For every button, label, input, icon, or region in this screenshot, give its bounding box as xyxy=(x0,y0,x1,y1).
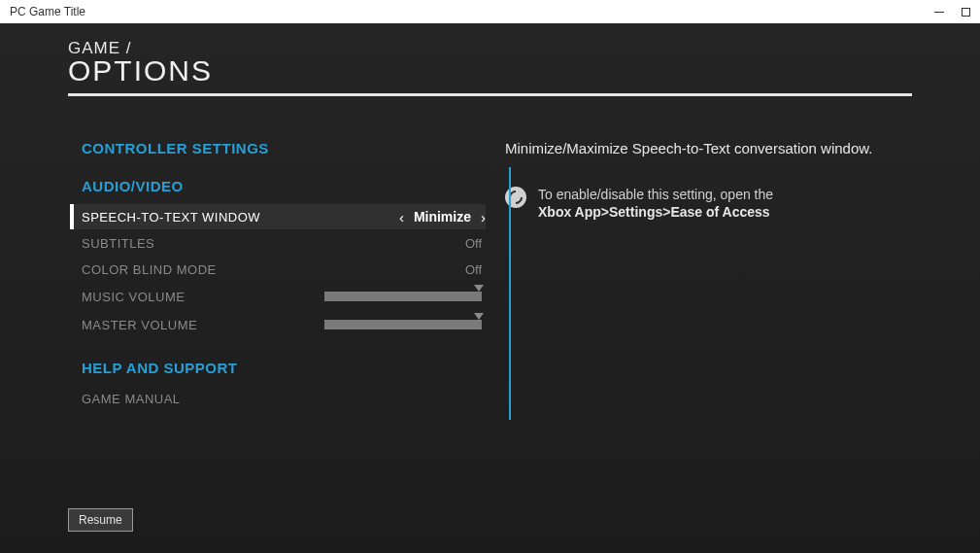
section-help-support: HELP AND SUPPORT xyxy=(70,360,486,376)
volume-slider[interactable] xyxy=(324,320,482,329)
vertical-divider xyxy=(509,167,511,420)
section-controller-settings[interactable]: CONTROLLER SETTINGS xyxy=(70,140,486,156)
section-audio-video: AUDIO/VIDEO xyxy=(70,178,486,194)
slider-thumb-icon[interactable] xyxy=(474,285,484,292)
option-subtitles[interactable]: SUBTITLES Off xyxy=(70,230,486,256)
window-titlebar: PC Game Title xyxy=(0,0,980,23)
option-label: MUSIC VOLUME xyxy=(82,290,324,304)
resume-button[interactable]: Resume xyxy=(68,508,133,532)
minimize-window-icon[interactable] xyxy=(934,12,944,13)
option-hint: To enable/disable this setting, open the… xyxy=(505,186,912,221)
option-music-volume[interactable]: MUSIC VOLUME xyxy=(70,283,486,310)
hint-path: Xbox App>Settings>Ease of Access xyxy=(538,204,770,220)
option-description-panel: Minimize/Maximize Speech-to-Text convers… xyxy=(486,140,912,412)
app-root: GAME / OPTIONS CONTROLLER SETTINGS AUDIO… xyxy=(0,23,980,553)
option-master-volume[interactable]: MASTER VOLUME xyxy=(70,311,486,338)
hint-prefix: To enable/disable this setting, open the xyxy=(538,187,773,202)
option-value: Off xyxy=(321,236,486,251)
option-label: GAME MANUAL xyxy=(82,392,486,406)
slider-track[interactable] xyxy=(324,292,482,301)
option-label: COLOR BLIND MODE xyxy=(82,262,321,277)
volume-slider[interactable] xyxy=(324,292,482,301)
option-label: MASTER VOLUME xyxy=(82,318,324,332)
option-description: Minimize/Maximize Speech-to-Text convers… xyxy=(505,140,912,156)
option-game-manual[interactable]: GAME MANUAL xyxy=(70,386,486,411)
hint-text: To enable/disable this setting, open the… xyxy=(538,186,773,221)
page-title: OPTIONS xyxy=(68,54,912,87)
chevron-left-icon[interactable]: ‹ xyxy=(399,209,404,225)
title-underline xyxy=(68,93,912,96)
slider-thumb-icon[interactable] xyxy=(474,313,484,320)
option-speech-to-text-window[interactable]: SPEECH-TO-TEXT WINDOW ‹ Minimize › xyxy=(70,204,486,229)
window-title: PC Game Title xyxy=(10,5,85,18)
option-color-blind-mode[interactable]: COLOR BLIND MODE Off xyxy=(70,257,486,282)
maximize-window-icon[interactable] xyxy=(962,8,970,17)
option-value: Off xyxy=(321,262,486,277)
options-list: CONTROLLER SETTINGS AUDIO/VIDEO SPEECH-T… xyxy=(68,140,486,412)
option-value: Minimize xyxy=(414,209,471,225)
option-label: SUBTITLES xyxy=(82,236,321,251)
slider-track[interactable] xyxy=(324,320,482,329)
value-stepper[interactable]: ‹ Minimize › xyxy=(321,209,486,225)
option-label: SPEECH-TO-TEXT WINDOW xyxy=(82,210,321,225)
